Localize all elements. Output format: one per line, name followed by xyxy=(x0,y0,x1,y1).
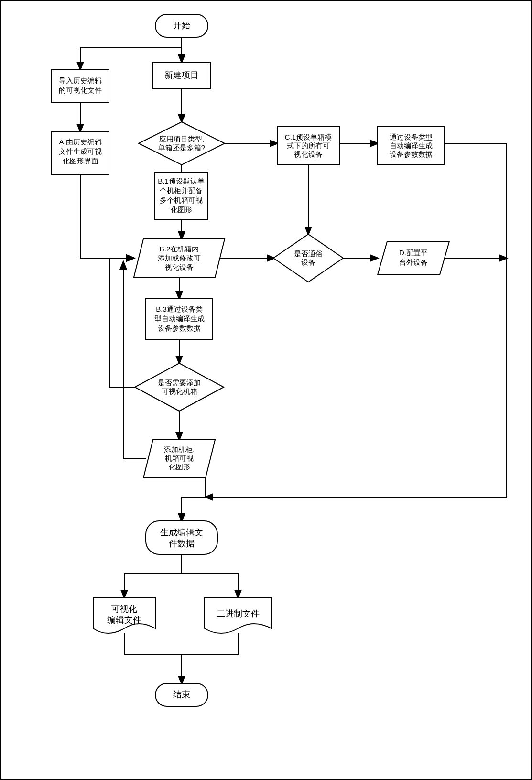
svg-text:生成编辑文: 生成编辑文 xyxy=(160,528,203,537)
svg-text:导入历史编辑: 导入历史编辑 xyxy=(59,76,102,85)
svg-text:台外设备: 台外设备 xyxy=(399,258,428,266)
svg-text:单箱还是多箱?: 单箱还是多箱? xyxy=(158,143,205,152)
svg-text:B.2在机箱内: B.2在机箱内 xyxy=(160,245,199,253)
start-label: 开始 xyxy=(173,21,190,30)
svg-text:添加机柜,: 添加机柜, xyxy=(164,445,195,454)
new-project-label: 新建项目 xyxy=(164,70,199,80)
svg-text:型自动编译生成: 型自动编译生成 xyxy=(154,314,205,323)
svg-text:视化设备: 视化设备 xyxy=(294,150,323,158)
svg-text:可视化: 可视化 xyxy=(111,604,137,614)
binary-file-label: 二进制文件 xyxy=(217,609,260,618)
svg-text:B.1预设默认单: B.1预设默认单 xyxy=(158,177,205,185)
svg-text:文件生成可视: 文件生成可视 xyxy=(59,147,102,155)
svg-text:是否需要添加: 是否需要添加 xyxy=(158,379,201,387)
svg-text:C.1预设单箱模: C.1预设单箱模 xyxy=(285,133,332,141)
svg-text:编辑文件: 编辑文件 xyxy=(107,615,141,625)
svg-text:设备参数数据: 设备参数数据 xyxy=(158,324,201,332)
svg-text:A.由历史编辑: A.由历史编辑 xyxy=(59,138,101,146)
terminator-gen-edit-data xyxy=(146,521,217,554)
flowchart: 开始 导入历史编辑 的可视化文件 A.由历史编辑 文件生成可视 化图形界面 新建… xyxy=(0,0,532,780)
svg-text:化图形: 化图形 xyxy=(169,463,190,471)
svg-text:多个机箱可视: 多个机箱可视 xyxy=(160,196,203,204)
svg-text:B.3通过设备类: B.3通过设备类 xyxy=(156,305,203,313)
svg-text:自动编译生成: 自动编译生成 xyxy=(390,141,433,150)
svg-text:式下的所有可: 式下的所有可 xyxy=(287,141,330,150)
svg-text:是否通俗: 是否通俗 xyxy=(294,249,323,258)
svg-text:视化设备: 视化设备 xyxy=(165,263,194,271)
end-label: 结束 xyxy=(173,690,190,699)
svg-text:D.配置平: D.配置平 xyxy=(399,249,428,257)
svg-text:通过设备类型: 通过设备类型 xyxy=(390,133,433,141)
svg-text:应用项目类型,: 应用项目类型, xyxy=(159,135,204,143)
svg-text:化图形: 化图形 xyxy=(171,206,192,214)
svg-text:设备参数数据: 设备参数数据 xyxy=(390,150,433,158)
svg-text:机箱可视: 机箱可视 xyxy=(165,454,194,462)
svg-text:添加或修改可: 添加或修改可 xyxy=(158,254,201,262)
svg-text:个机柜并配备: 个机柜并配备 xyxy=(160,186,203,195)
svg-text:可视化机箱: 可视化机箱 xyxy=(162,387,197,395)
svg-text:化图形界面: 化图形界面 xyxy=(63,157,98,165)
svg-text:的可视化文件: 的可视化文件 xyxy=(59,86,102,94)
svg-text:件数据: 件数据 xyxy=(169,539,195,548)
svg-text:设备: 设备 xyxy=(301,258,315,266)
